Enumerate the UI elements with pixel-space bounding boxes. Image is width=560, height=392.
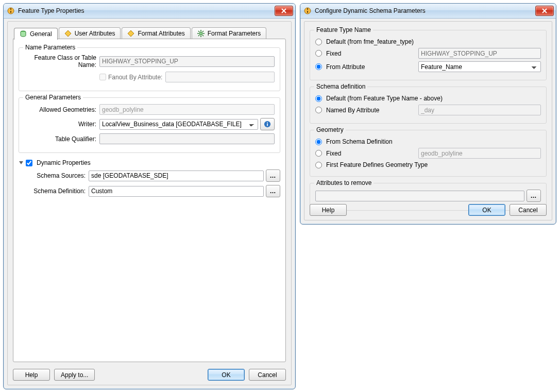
dynamic-properties-checkbox[interactable] (26, 160, 32, 166)
window-body: General User Attributes Format Attribute… (7, 21, 292, 385)
help-button[interactable]: Help (13, 369, 50, 381)
close-icon (281, 8, 286, 13)
titlebar[interactable]: Configure Dynamic Schema Parameters (300, 4, 556, 19)
svg-line-9 (198, 31, 199, 32)
titlebar[interactable]: Feature Type Properties (4, 4, 295, 19)
geom-fixed-radio-label[interactable]: Fixed (315, 150, 418, 157)
window-title: Configure Dynamic Schema Parameters (315, 7, 535, 14)
schemadef-default-radio[interactable] (315, 95, 322, 102)
geom-first-feature-radio[interactable] (315, 162, 322, 168)
button-bar: Help Apply to... OK Cancel (13, 369, 286, 381)
ftn-fixed-radio[interactable] (315, 50, 322, 57)
table-qualifier-label: Table Qualifier: (24, 135, 99, 143)
schemadef-named-radio[interactable] (315, 107, 322, 113)
button-bar: Help OK Cancel (310, 204, 547, 216)
cancel-button[interactable]: Cancel (249, 369, 286, 381)
ftn-default-radio[interactable] (315, 39, 322, 45)
ftn-fixed-radio-label[interactable]: Fixed (315, 50, 418, 57)
schema-definition-browse-button[interactable]: … (266, 185, 280, 197)
radio-text: Fixed (326, 150, 341, 157)
writer-select[interactable]: LocalView_Business_data [GEODATABASE_FIL… (99, 119, 258, 130)
configure-dynamic-schema-window: Configure Dynamic Schema Parameters Feat… (300, 3, 556, 225)
group-feature-type-name: Feature Type Name Default (from fme_feat… (310, 30, 547, 80)
tab-label: User Attributes (75, 30, 115, 37)
diamond-icon (127, 30, 134, 37)
allowed-geometries-select[interactable]: geodb_polyline (99, 104, 275, 115)
writer-label: Writer: (24, 121, 99, 128)
ellipsis-icon: … (270, 188, 277, 195)
table-qualifier-input[interactable] (99, 133, 275, 144)
cancel-button[interactable]: Cancel (510, 204, 547, 216)
radio-text: Named By Attribute (326, 107, 379, 114)
svg-rect-17 (307, 8, 308, 10)
ftn-fixed-input[interactable] (418, 48, 541, 59)
dynamic-properties-header[interactable]: Dynamic Properties (19, 159, 280, 166)
radio-text: First Feature Defines Geometry Type (326, 161, 428, 168)
ftn-from-attribute-radio-label[interactable]: From Attribute (315, 63, 418, 71)
tab-label: Format Parameters (208, 30, 261, 37)
group-general-parameters: General Parameters Allowed Geometries: g… (19, 97, 280, 153)
svg-point-4 (199, 32, 202, 35)
svg-line-11 (202, 31, 203, 32)
tabstrip: General User Attributes Format Attribute… (13, 27, 286, 39)
radio-text: From Schema Definition (326, 138, 393, 145)
schema-sources-input[interactable] (89, 171, 264, 181)
writer-info-button[interactable] (260, 118, 275, 130)
group-legend: Name Parameters (23, 44, 77, 51)
schemadef-default-radio-label[interactable]: Default (from Feature Type Name - above) (315, 95, 443, 102)
schemadef-named-select[interactable]: _day (418, 105, 541, 115)
feature-type-properties-window: Feature Type Properties General User Att… (3, 3, 296, 389)
app-icon (303, 7, 312, 15)
help-button[interactable]: Help (310, 204, 347, 216)
ok-button[interactable]: OK (468, 204, 505, 216)
group-geometry: Geometry From Schema Definition Fixed ge… (310, 130, 547, 177)
feature-class-input[interactable] (99, 56, 275, 67)
geom-from-schema-radio-label[interactable]: From Schema Definition (315, 138, 418, 145)
schema-definition-label: Schema Definition: (24, 188, 89, 195)
tab-general[interactable]: General (14, 28, 58, 40)
geom-from-schema-radio[interactable] (315, 139, 322, 145)
tab-user-attributes[interactable]: User Attributes (59, 27, 121, 39)
group-name-parameters: Name Parameters Feature Class or Table N… (19, 47, 280, 91)
allowed-geometries-label: Allowed Geometries: (24, 106, 99, 113)
disclosure-triangle-icon (19, 160, 24, 165)
tab-label: General (30, 30, 52, 38)
group-schema-definition: Schema definition Default (from Feature … (310, 87, 547, 124)
fanout-attribute-select[interactable] (165, 72, 275, 82)
ftn-default-radio-label[interactable]: Default (from fme_feature_type) (315, 38, 418, 45)
geom-fixed-select[interactable]: geodb_polyline (418, 148, 541, 159)
schema-sources-label: Schema Sources: (24, 172, 89, 179)
schema-sources-browse-button[interactable]: … (266, 169, 280, 182)
svg-rect-14 (267, 124, 268, 126)
close-button[interactable] (275, 6, 293, 16)
attributes-remove-input[interactable] (315, 191, 524, 201)
tab-format-parameters[interactable]: Format Parameters (192, 27, 266, 39)
close-button[interactable] (535, 6, 554, 16)
gear-icon (197, 30, 205, 37)
fanout-checkbox[interactable] (99, 74, 106, 80)
ellipsis-icon: … (270, 172, 277, 179)
window-title: Feature Type Properties (18, 7, 275, 14)
diamond-icon (64, 30, 72, 37)
svg-rect-15 (267, 123, 268, 124)
geom-fixed-radio[interactable] (315, 150, 322, 157)
window-body: Feature Type Name Default (from fme_feat… (304, 21, 552, 220)
ftn-from-attribute-select[interactable]: Feature_Name (418, 61, 541, 72)
geom-first-feature-radio-label[interactable]: First Feature Defines Geometry Type (315, 161, 428, 168)
group-legend: Feature Type Name (314, 26, 373, 33)
tab-format-attributes[interactable]: Format Attributes (122, 27, 190, 39)
apply-to-button[interactable]: Apply to... (54, 369, 95, 381)
database-icon (20, 30, 27, 38)
svg-line-10 (202, 35, 203, 36)
schema-definition-input[interactable] (89, 186, 264, 197)
ellipsis-icon: … (531, 192, 537, 199)
info-icon (264, 121, 271, 128)
schemadef-named-radio-label[interactable]: Named By Attribute (315, 107, 418, 114)
app-icon (7, 7, 15, 15)
close-icon (542, 8, 547, 13)
group-legend: Attributes to remove (314, 179, 374, 186)
group-legend: General Parameters (23, 94, 83, 101)
ok-button[interactable]: OK (208, 369, 245, 381)
attributes-remove-browse-button[interactable]: … (527, 190, 541, 202)
ftn-from-attribute-radio[interactable] (315, 63, 322, 70)
